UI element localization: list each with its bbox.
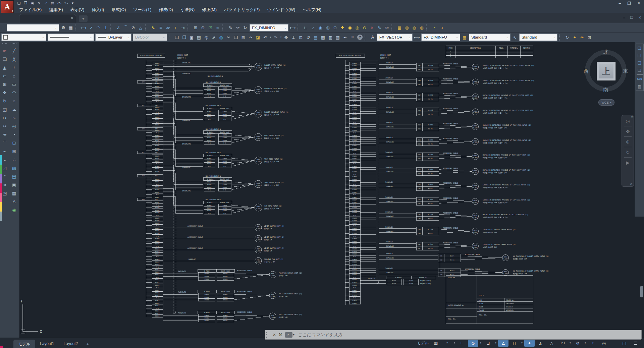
toolbar-grip-handle[interactable] bbox=[75, 24, 78, 31]
palette-tab-color-3[interactable] bbox=[0, 183, 2, 193]
toolbar-grip-handle[interactable] bbox=[391, 24, 394, 31]
mleader-style-icon[interactable]: ↖ bbox=[511, 34, 519, 41]
nav-zoom-icon[interactable]: ⊕ bbox=[624, 137, 632, 146]
delete-constraint-icon[interactable]: ✕ bbox=[368, 24, 376, 32]
point-icon[interactable]: ∴ bbox=[10, 156, 18, 164]
palette-grip-handle[interactable] bbox=[2, 43, 7, 45]
table-icon[interactable]: ▦ bbox=[10, 189, 18, 197]
pan-icon[interactable]: ✥ bbox=[282, 34, 290, 41]
text-icon[interactable]: A bbox=[10, 197, 18, 206]
snap-mode-icon[interactable]: ∷ bbox=[442, 339, 452, 347]
model-space-button[interactable]: モデル bbox=[416, 339, 430, 347]
dim-inspect-icon[interactable]: ☑ bbox=[207, 24, 214, 32]
dim-angle-icon[interactable]: △ bbox=[137, 24, 144, 32]
break-icon[interactable]: ⌁ bbox=[1, 147, 9, 156]
qnew-icon[interactable]: ❏ bbox=[16, 1, 22, 6]
table-style-icon[interactable]: ▦ bbox=[461, 34, 468, 41]
fillet-icon[interactable]: ◜ bbox=[1, 172, 9, 181]
arc-icon[interactable]: ◠ bbox=[10, 89, 18, 97]
match-properties-icon[interactable]: ✑ bbox=[247, 34, 254, 41]
toolbar-grip-handle[interactable] bbox=[365, 34, 368, 41]
redo-icon[interactable]: ↷▾ bbox=[63, 1, 69, 6]
dim-ordinate-icon[interactable]: ⊥ bbox=[102, 24, 109, 32]
status-caret-icon[interactable]: ▾ bbox=[520, 342, 524, 344]
gradient-icon[interactable]: ▤ bbox=[10, 172, 18, 181]
dim-aligned-icon[interactable]: ↗ bbox=[87, 24, 95, 32]
redo2-icon[interactable]: ↷ bbox=[272, 34, 279, 41]
qat-customize-icon[interactable]: ▾ bbox=[70, 1, 75, 6]
dim-linear-icon[interactable]: ⟷ bbox=[80, 24, 87, 32]
polygon-icon[interactable]: ⌂ bbox=[10, 72, 18, 80]
toolbar-grip-handle[interactable] bbox=[559, 34, 562, 41]
group-add-icon[interactable]: ◍ bbox=[411, 24, 418, 32]
annotation-autoscale-icon[interactable]: ◭ bbox=[535, 339, 546, 347]
trim-icon[interactable]: ✂ bbox=[1, 122, 9, 130]
extend-icon[interactable]: ↠ bbox=[1, 130, 9, 139]
group-remove-icon[interactable]: ◍ bbox=[418, 24, 425, 32]
dim-space-icon[interactable]: ↕ bbox=[172, 24, 179, 32]
constraint-perpendicular-icon[interactable]: ∟ bbox=[302, 24, 309, 32]
dim-text-edit-icon[interactable]: ✑ bbox=[234, 24, 241, 32]
ellipse-arc-icon[interactable]: ◔ bbox=[10, 130, 18, 139]
qsave-icon[interactable]: ▣ bbox=[30, 1, 35, 6]
show-motion-icon[interactable]: ▶ bbox=[624, 158, 632, 167]
text-style-icon[interactable]: A bbox=[369, 34, 376, 41]
hatch-icon[interactable]: ▨ bbox=[10, 164, 18, 172]
status-caret-icon[interactable]: ▾ bbox=[569, 342, 572, 344]
dim-baseline-icon[interactable]: ≡ bbox=[157, 24, 164, 32]
open-icon[interactable]: ❒ bbox=[23, 1, 29, 6]
menu-item-7[interactable]: 寸法(N) bbox=[177, 6, 198, 13]
zoom-window-icon[interactable]: ⊡ bbox=[297, 34, 305, 41]
constraint-coincident-icon[interactable]: ◉ bbox=[317, 24, 324, 32]
circle-icon[interactable]: ○ bbox=[10, 97, 18, 105]
text-style-combo[interactable]: FX_VECTOR⌄ bbox=[377, 34, 413, 41]
dim-jog-line-icon[interactable]: ≈ bbox=[214, 24, 221, 32]
copy-icon[interactable]: ❏ bbox=[1, 55, 9, 63]
toolbar-grip-handle[interactable] bbox=[2, 24, 5, 31]
dim-style-combo2[interactable]: FX_DIMINFO⌄ bbox=[421, 34, 460, 41]
command-input[interactable]: ここにコマンドを入力 bbox=[298, 332, 342, 338]
save-as-icon[interactable]: ✎ bbox=[36, 1, 42, 6]
autocad-logo-icon[interactable]: A▾ bbox=[1, 0, 14, 13]
command-close-icon[interactable]: ✕ bbox=[273, 333, 276, 337]
toolbar-grip-handle[interactable] bbox=[426, 24, 429, 31]
annotation-scale-value[interactable]: 1:1 bbox=[557, 339, 568, 347]
workspace-combo[interactable]: ⌄ bbox=[7, 24, 59, 32]
create-block-icon[interactable]: ⊞ bbox=[10, 147, 18, 156]
isolate-objects-icon[interactable]: ◎ bbox=[599, 339, 609, 347]
constraint-collinear-icon[interactable]: ◎ bbox=[324, 24, 331, 32]
annotation-bulb-icon[interactable]: ● bbox=[571, 34, 578, 41]
constraint-smooth-icon[interactable]: ⊙ bbox=[361, 24, 368, 32]
drawing-canvas[interactable]: ACP 00 DETECTING MACHINEWIRES DUCT配線ダクトB… bbox=[19, 42, 644, 338]
ungroup-icon[interactable]: ◍ bbox=[403, 24, 411, 32]
point-style-icon[interactable]: ◉ bbox=[10, 206, 18, 214]
scrollbar-thumb[interactable] bbox=[640, 286, 643, 297]
polar-tracking-icon[interactable]: ⊙ bbox=[468, 339, 478, 347]
erase-icon[interactable]: ✏ bbox=[1, 47, 9, 55]
navbar-menu-icon[interactable]: ⊖ bbox=[630, 183, 632, 186]
doc-close-button[interactable]: ✕ bbox=[638, 15, 641, 19]
constraint-tangent-icon[interactable]: ◎ bbox=[354, 24, 361, 32]
sheet-set-icon[interactable]: ▧ bbox=[334, 34, 341, 41]
app-restore-button[interactable]: ❐ bbox=[627, 1, 631, 6]
spline-icon[interactable]: ∿ bbox=[10, 114, 18, 122]
viewcube-east-label[interactable]: 東 bbox=[621, 68, 631, 74]
text-to-front-icon[interactable]: ABC bbox=[636, 76, 643, 82]
group-icon[interactable]: ▩ bbox=[396, 24, 403, 32]
nav-orbit-icon[interactable]: ↻ bbox=[624, 148, 632, 157]
tool-palettes-icon[interactable]: ▥ bbox=[327, 34, 334, 41]
revision-cloud-icon[interactable]: ☁ bbox=[10, 105, 18, 114]
copy-clip-icon[interactable]: ❏ bbox=[232, 34, 239, 41]
menu-item-0[interactable]: ファイル(F) bbox=[15, 6, 45, 13]
palette-tab-color-4[interactable] bbox=[0, 193, 2, 202]
viewcube-north-label[interactable]: 北 bbox=[601, 49, 611, 55]
toolbar-grip-handle[interactable] bbox=[169, 34, 172, 41]
quick-dim-icon[interactable]: ↯ bbox=[150, 24, 157, 32]
doc-restore-button[interactable]: ❐ bbox=[630, 15, 633, 19]
toolbar-grip-handle[interactable] bbox=[222, 24, 225, 31]
zoom-realtime-icon[interactable]: ± bbox=[290, 34, 297, 41]
toolbar-grip-handle[interactable] bbox=[110, 24, 113, 31]
polyline-icon[interactable]: ≀ bbox=[10, 63, 18, 72]
constraint-fix-icon[interactable]: ✚ bbox=[339, 24, 346, 32]
dim-diameter-icon[interactable]: ⊘ bbox=[129, 24, 137, 32]
